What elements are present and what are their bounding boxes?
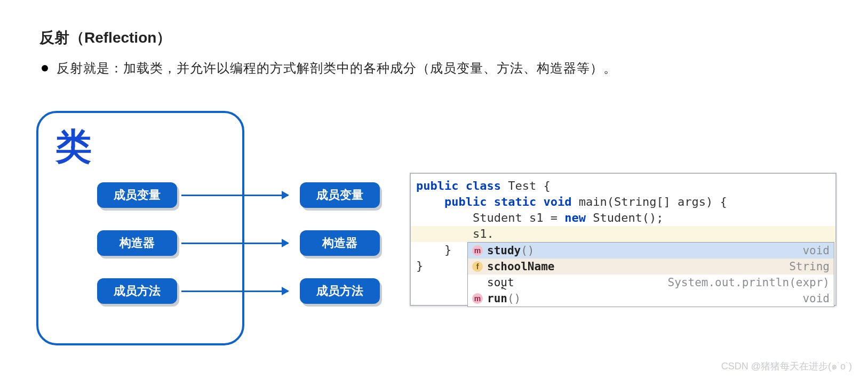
class-label: 类 <box>55 123 92 171</box>
pill-left-1: 构造器 <box>97 230 177 256</box>
bullet-row: 反射就是：加载类，并允许以编程的方式解剖类中的各种成分（成员变量、方法、构造器等… <box>42 60 617 77</box>
popup-row-1[interactable]: f schoolName String <box>468 259 834 275</box>
pill-left-2: 成员方法 <box>97 278 177 304</box>
field-icon: f <box>472 261 483 272</box>
watermark: CSDN @猪猪每天在进步(๑˙o˙) <box>721 358 852 374</box>
method-icon: m <box>472 245 483 256</box>
pill-right-2: 成员方法 <box>300 278 380 304</box>
code-line-4: s1. <box>416 226 835 242</box>
pill-right-1: 构造器 <box>300 230 380 256</box>
bullet-dot-icon <box>42 65 48 71</box>
popup-row-0[interactable]: m study() void <box>468 243 834 259</box>
popup-row-2[interactable]: x sout System.out.println(expr) <box>468 275 834 291</box>
bullet-text: 反射就是：加载类，并允许以编程的方式解剖类中的各种成分（成员变量、方法、构造器等… <box>57 60 617 77</box>
page-title: 反射（Reflection） <box>39 28 171 48</box>
code-line-2: public static void main(String[] args) { <box>416 194 835 210</box>
popup-row-3[interactable]: m run() void <box>468 291 834 307</box>
ide-panel: public class Test { public static void m… <box>410 173 837 306</box>
autocomplete-popup[interactable]: m study() void f schoolName String x sou… <box>467 242 834 307</box>
arrow-icon-1 <box>181 243 288 244</box>
arrow-icon-0 <box>181 195 288 196</box>
pill-left-0: 成员变量 <box>97 182 177 208</box>
code-line-1: public class Test { <box>416 178 835 194</box>
code-line-3: Student s1 = new Student(); <box>416 210 835 226</box>
arrow-icon-2 <box>181 291 288 292</box>
method-icon: m <box>472 293 483 304</box>
pill-right-0: 成员变量 <box>300 182 380 208</box>
code-block: public class Test { public static void m… <box>411 174 835 305</box>
